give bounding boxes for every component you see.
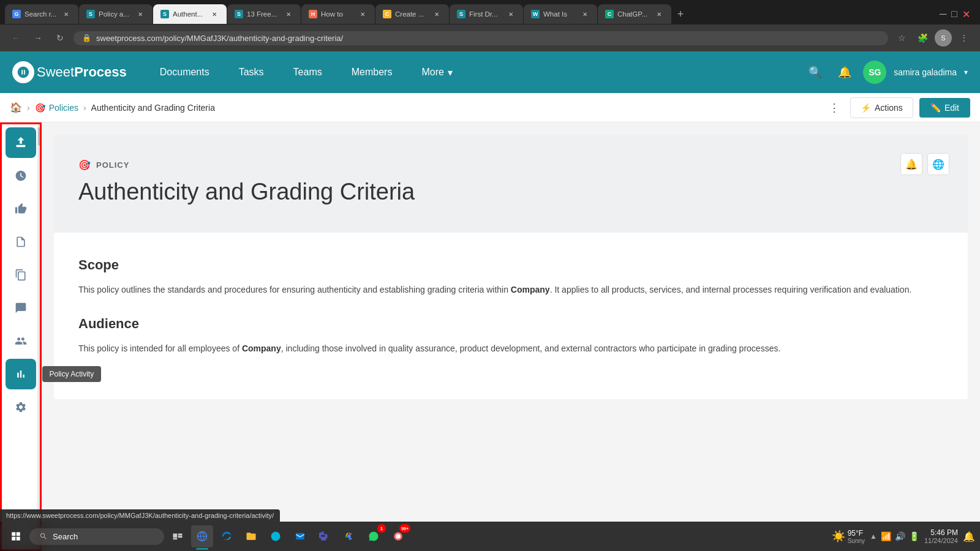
tab-label-search: Search r... (24, 10, 58, 18)
notifications-button[interactable]: 🔔 (834, 61, 856, 83)
svg-rect-2 (296, 533, 304, 540)
tab-authen[interactable]: S Authent... ✕ (153, 4, 227, 24)
nav-item-tasks[interactable]: Tasks (224, 51, 279, 93)
tab-favicon-whatis: W (531, 10, 540, 18)
tab-bar: G Search r... ✕ S Policy a... ✕ S Authen… (0, 0, 980, 24)
taskbar-edge[interactable] (216, 525, 238, 547)
sidebar-item-doc[interactable] (6, 227, 36, 257)
tab-close-whatis[interactable]: ✕ (580, 9, 590, 19)
sidebar-item-clock[interactable] (6, 160, 36, 191)
taskbar-taskview[interactable] (167, 525, 189, 547)
breadcrumb-policies[interactable]: 🎯 Policies (35, 103, 78, 113)
tab-label-chatgp: ChatGP... (617, 10, 650, 18)
thumbsup-icon (15, 203, 27, 215)
policy-type-icon: 🎯 (78, 159, 91, 171)
tray-arrow-icon[interactable]: ▲ (870, 532, 877, 541)
minimize-button[interactable]: ─ (940, 9, 946, 20)
start-button[interactable] (5, 525, 27, 547)
tab-policy[interactable]: S Policy a... ✕ (79, 4, 153, 24)
taskbar-files[interactable] (240, 525, 262, 547)
nav-item-teams[interactable]: Teams (279, 51, 337, 93)
network-icon[interactable]: 📶 (881, 531, 891, 541)
taskbar-browser[interactable] (191, 525, 213, 547)
audience-text-1: This policy is intended for all employee… (78, 343, 242, 353)
scope-text-1: This policy outlines the standards and p… (78, 285, 511, 294)
taskbar-app-extra[interactable]: 99+ (387, 525, 409, 547)
user-menu-arrow-icon[interactable]: ▾ (964, 68, 968, 77)
actions-button[interactable]: ⚡ Actions (850, 97, 913, 118)
sidebar-item-docs-multi[interactable] (6, 260, 36, 290)
tab-close-policy[interactable]: ✕ (135, 9, 145, 19)
tab-chatgp[interactable]: C ChatGP... ✕ (598, 4, 671, 24)
address-bar[interactable]: 🔒 sweetprocess.com/policy/MMGafJ3K/authe… (74, 31, 888, 45)
tab-create[interactable]: C Create ... ✕ (375, 4, 449, 24)
volume-icon[interactable]: 🔊 (895, 531, 905, 541)
windows-icon (10, 531, 21, 542)
battery-icon[interactable]: 🔋 (909, 531, 919, 541)
svg-point-1 (271, 532, 281, 541)
whatsapp-badge: 1 (377, 524, 386, 533)
taskbar-search[interactable]: Search (29, 528, 164, 545)
new-tab-button[interactable]: + (672, 6, 689, 23)
tab-close-create[interactable]: ✕ (432, 9, 442, 19)
sidebar-scrollbar-thumb (38, 127, 40, 146)
sidebar-item-settings[interactable] (6, 392, 36, 422)
scope-heading: Scope (78, 257, 943, 273)
sidebar-item-chart[interactable] (6, 359, 36, 389)
user-name[interactable]: samira galadima (894, 67, 957, 77)
tab-favicon-chatgp: C (605, 10, 614, 18)
browser-menu-button[interactable]: ⋮ (956, 29, 973, 47)
policy-bell-button[interactable]: 🔔 (900, 153, 922, 175)
taskbar-whatsapp[interactable]: 1 (363, 525, 385, 547)
nav-item-members[interactable]: Members (337, 51, 407, 93)
sidebar-item-like[interactable] (6, 193, 36, 224)
tab-search[interactable]: G Search r... ✕ (5, 4, 78, 24)
sidebar-item-chat[interactable] (6, 293, 36, 323)
browser-profile[interactable]: S (935, 29, 952, 47)
system-tray: ▲ 📶 🔊 🔋 (870, 531, 919, 541)
tab-howto[interactable]: H How to ✕ (301, 4, 375, 24)
back-button[interactable]: ← (7, 29, 24, 47)
user-avatar[interactable]: SG (863, 61, 886, 84)
nav-item-more[interactable]: More ▾ (407, 51, 467, 93)
tab-whatis[interactable]: W What Is ✕ (524, 4, 597, 24)
bookmark-button[interactable]: ☆ (893, 29, 910, 47)
tab-close-search[interactable]: ✕ (61, 9, 71, 19)
time-display[interactable]: 5:46 PM 11/24/2024 (924, 528, 958, 544)
chat-icon (15, 302, 27, 314)
nav-more-label: More (421, 67, 443, 78)
people-icon (15, 335, 27, 347)
taskbar-notification-icon[interactable]: 🔔 (963, 531, 975, 542)
search-button[interactable]: 🔍 (804, 61, 826, 83)
nav-item-documents[interactable]: Documents (145, 51, 224, 93)
tab-close-13free[interactable]: ✕ (284, 9, 293, 19)
maximize-button[interactable]: □ (951, 9, 957, 20)
reload-button[interactable]: ↻ (51, 29, 69, 47)
more-options-button[interactable]: ⋮ (824, 98, 844, 118)
breadcrumb-sep-1: › (27, 103, 30, 113)
taskbar-app-1[interactable] (265, 525, 287, 547)
tab-13free[interactable]: S 13 Free... ✕ (227, 4, 301, 24)
taskbar-outlook[interactable] (289, 525, 311, 547)
weather-widget[interactable]: ☀️ 95°F Sunny (832, 529, 865, 544)
tab-firstdr[interactable]: S First Dr... ✕ (450, 4, 523, 24)
browser-chrome: G Search r... ✕ S Policy a... ✕ S Authen… (0, 0, 980, 51)
extensions-button[interactable]: 🧩 (914, 29, 931, 47)
breadcrumb-home[interactable]: 🏠 (10, 102, 22, 113)
logo[interactable]: SweetProcess (12, 61, 127, 83)
taskbar-teams[interactable] (314, 525, 336, 547)
forward-button[interactable]: → (29, 29, 47, 47)
policy-globe-button[interactable]: 🌐 (927, 153, 949, 175)
policy-header: 🎯 POLICY Authenticity and Grading Criter… (54, 135, 968, 233)
tab-close-howto[interactable]: ✕ (358, 9, 368, 19)
edit-button[interactable]: ✏️ Edit (919, 98, 970, 118)
tab-close-firstdr[interactable]: ✕ (506, 9, 516, 19)
sidebar-item-people[interactable] (6, 326, 36, 356)
taskbar-chrome[interactable] (338, 525, 360, 547)
tab-close-chatgp[interactable]: ✕ (654, 9, 664, 19)
sidebar-item-upload[interactable] (6, 127, 36, 158)
logo-sweet: Sweet (37, 64, 74, 80)
close-button[interactable]: ✕ (962, 9, 970, 20)
chart-icon (15, 368, 27, 380)
tab-close-authen[interactable]: ✕ (209, 9, 219, 19)
